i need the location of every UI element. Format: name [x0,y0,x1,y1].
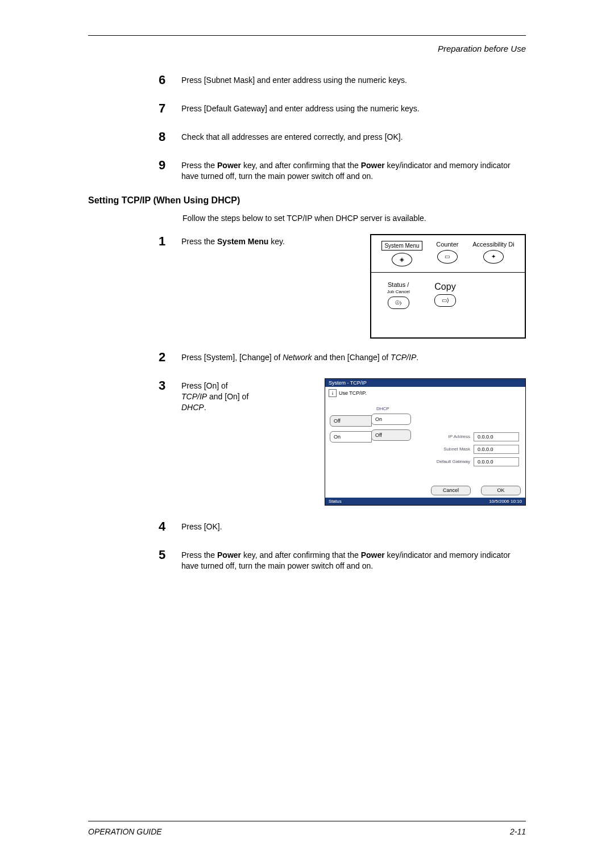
address-fields: IP Address 0.0.0.0 Subnet Mask 0.0.0.0 D… [434,415,519,478]
step-number: 2 [159,350,181,365]
footer-left: OPERATION GUIDE [88,827,162,836]
footer-right: 2-11 [510,827,526,836]
step-number: 9 [159,158,181,182]
tcpip-toggle-column: Off On [330,415,372,478]
dhcp-step-4: 4 Press [OK]. [159,519,526,534]
dhcp-step-5: 5 Press the Power key, and after confirm… [159,548,526,571]
step-6: 6 Press [Subnet Mask] and enter address … [159,73,526,87]
intro-text: Follow the steps below to set TCP/IP whe… [182,214,526,223]
counter-key: Counter ▭ [436,241,458,266]
screen-subtitle: i Use TCP/IP. [325,387,525,399]
tcpip-screen-figure: System - TCP/IP i Use TCP/IP. Off On DHC… [325,378,526,506]
dhcp-toggle-column: DHCP On Off [372,406,411,478]
step-text: Press [Default Gateway] and enter addres… [181,101,420,116]
step-number: 8 [159,130,181,144]
copy-icon: ▭⟩ [434,294,456,307]
dhcp-step-2: 2 Press [System], [Change] of Network an… [159,350,526,365]
step-8: 8 Check that all addresses are entered c… [159,130,526,144]
dhcp-on-tab: On [371,414,411,425]
step-number: 1 [159,234,181,249]
system-menu-key: System Menu ◈ [381,241,422,266]
step-text: Press [Subnet Mask] and enter address us… [181,73,407,87]
step-text: Press [On] of TCP/IP and [On] of DHCP. [181,378,250,413]
system-menu-icon: ◈ [392,253,412,266]
accessibility-icon: ✦ [483,250,504,264]
counter-icon: ▭ [437,250,458,264]
dhcp-step-1: 1 Press the System Menu key. [159,234,295,249]
tcpip-on-tab: On [330,431,372,443]
ok-button: OK [481,486,521,495]
status-timestamp: 10/5/2006 10:10 [489,499,522,504]
default-gateway-field: Default Gateway 0.0.0.0 [434,457,519,466]
step-number: 7 [159,101,181,116]
status-icon: ⦾⟩ [388,297,409,309]
step-text: Press the Power key, and after confirmin… [181,158,526,182]
page-header-section: Preparation before Use [88,44,526,53]
step-number: 5 [159,548,181,571]
step-text: Press the System Menu key. [181,234,285,249]
status-label: Status [329,499,342,504]
cancel-button: Cancel [431,486,471,495]
tcpip-off-tab: Off [330,415,372,427]
step-text: Check that all addresses are entered cor… [181,130,403,144]
heading-tcpip-dhcp: Setting TCP/IP (When Using DHCP) [88,195,526,206]
control-panel-figure: System Menu ◈ Counter ▭ Accessibility Di… [370,234,526,339]
step-number: 4 [159,519,181,534]
screen-title: System - TCP/IP [325,379,525,387]
step-number: 3 [159,378,181,413]
ip-address-field: IP Address 0.0.0.0 [434,432,519,441]
step-7: 7 Press [Default Gateway] and enter addr… [159,101,526,116]
status-key: Status / Job Cancel ⦾⟩ [387,282,410,309]
accessibility-key: Accessibility Di ✦ [472,241,514,266]
dhcp-off-tab: Off [371,429,411,441]
dhcp-step-3: 3 Press [On] of TCP/IP and [On] of DHCP. [159,378,250,413]
subnet-mask-field: Subnet Mask 0.0.0.0 [434,445,519,454]
step-number: 6 [159,73,181,87]
step-text: Press [System], [Change] of Network and … [181,350,418,365]
copy-key: Copy ▭⟩ [434,282,456,309]
step-text: Press [OK]. [181,519,222,534]
step-text: Press the Power key, and after confirmin… [181,548,526,571]
step-9: 9 Press the Power key, and after confirm… [159,158,526,182]
info-icon: i [329,389,337,397]
